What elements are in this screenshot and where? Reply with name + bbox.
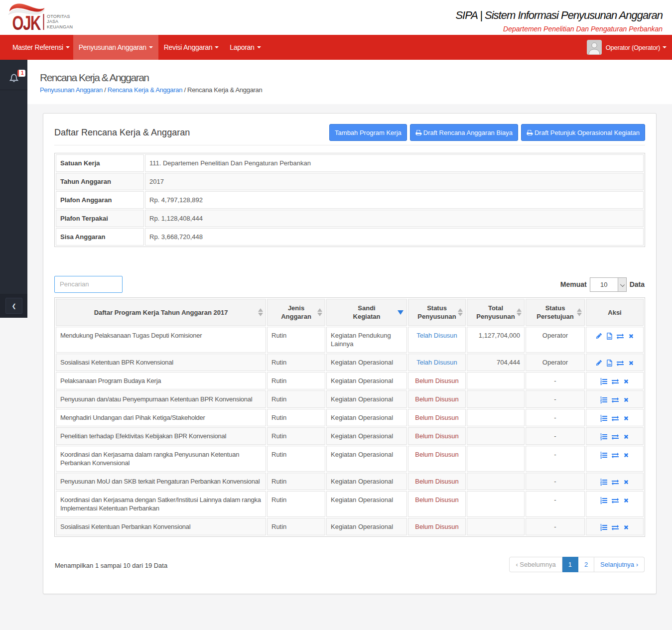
svg-text:KEUANGAN: KEUANGAN [47, 24, 73, 29]
svg-text:OJK: OJK [12, 11, 41, 32]
svg-text:OTORITAS: OTORITAS [47, 14, 70, 19]
svg-text:JASA: JASA [47, 19, 58, 24]
